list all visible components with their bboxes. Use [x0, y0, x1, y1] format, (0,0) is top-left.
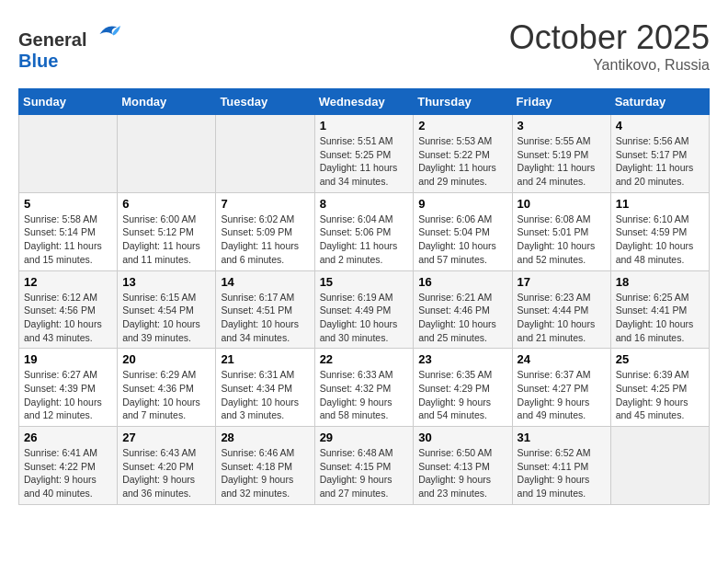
day-info: Sunrise: 6:12 AMSunset: 4:56 PMDaylight:…: [24, 291, 112, 345]
day-cell: 26Sunrise: 6:41 AMSunset: 4:22 PMDayligh…: [19, 427, 118, 505]
day-info: Sunrise: 6:19 AMSunset: 4:49 PMDaylight:…: [320, 291, 409, 345]
day-number: 7: [221, 197, 309, 211]
day-cell: 12Sunrise: 6:12 AMSunset: 4:56 PMDayligh…: [19, 270, 118, 349]
calendar-header-row: SundayMondayTuesdayWednesdayThursdayFrid…: [19, 89, 710, 115]
day-info: Sunrise: 6:48 AMSunset: 4:15 PMDaylight:…: [320, 446, 409, 500]
day-cell: 23Sunrise: 6:35 AMSunset: 4:29 PMDayligh…: [414, 349, 512, 427]
day-info: Sunrise: 6:10 AMSunset: 4:59 PMDaylight:…: [616, 213, 704, 267]
day-number: 15: [320, 275, 409, 289]
day-info: Sunrise: 6:02 AMSunset: 5:09 PMDaylight:…: [221, 213, 309, 267]
day-info: Sunrise: 6:23 AMSunset: 4:44 PMDaylight:…: [518, 291, 606, 345]
title-block: October 2025 Yantikovo, Russia: [509, 18, 710, 74]
day-number: 12: [24, 275, 112, 289]
day-info: Sunrise: 6:35 AMSunset: 4:29 PMDaylight:…: [418, 368, 506, 422]
day-info: Sunrise: 6:17 AMSunset: 4:51 PMDaylight:…: [221, 291, 309, 345]
day-number: 24: [518, 352, 606, 366]
header-tuesday: Tuesday: [216, 89, 314, 115]
day-cell: [610, 427, 709, 505]
day-info: Sunrise: 5:58 AMSunset: 5:14 PMDaylight:…: [24, 213, 112, 267]
day-number: 30: [418, 431, 506, 444]
day-info: Sunrise: 6:31 AMSunset: 4:34 PMDaylight:…: [221, 368, 309, 422]
day-cell: 9Sunrise: 6:06 AMSunset: 5:04 PMDaylight…: [414, 192, 512, 270]
day-cell: 10Sunrise: 6:08 AMSunset: 5:01 PMDayligh…: [512, 192, 610, 270]
day-cell: 2Sunrise: 5:53 AMSunset: 5:22 PMDaylight…: [414, 115, 512, 193]
calendar-table: SundayMondayTuesdayWednesdayThursdayFrid…: [18, 88, 710, 505]
day-cell: 7Sunrise: 6:02 AMSunset: 5:09 PMDaylight…: [216, 192, 314, 270]
week-row-3: 12Sunrise: 6:12 AMSunset: 4:56 PMDayligh…: [19, 270, 710, 349]
day-cell: 27Sunrise: 6:43 AMSunset: 4:20 PMDayligh…: [118, 427, 216, 505]
day-info: Sunrise: 6:04 AMSunset: 5:06 PMDaylight:…: [320, 213, 409, 267]
day-cell: 8Sunrise: 6:04 AMSunset: 5:06 PMDaylight…: [314, 192, 414, 270]
day-number: 10: [518, 197, 606, 211]
header-thursday: Thursday: [414, 89, 512, 115]
day-cell: 31Sunrise: 6:52 AMSunset: 4:11 PMDayligh…: [512, 427, 610, 505]
day-number: 3: [518, 119, 606, 132]
day-cell: 20Sunrise: 6:29 AMSunset: 4:36 PMDayligh…: [118, 349, 216, 427]
logo-bird-icon: [93, 18, 120, 46]
day-cell: 3Sunrise: 5:55 AMSunset: 5:19 PMDaylight…: [512, 115, 610, 193]
day-number: 21: [221, 352, 309, 366]
day-info: Sunrise: 6:46 AMSunset: 4:18 PMDaylight:…: [221, 446, 309, 500]
day-cell: 14Sunrise: 6:17 AMSunset: 4:51 PMDayligh…: [216, 270, 314, 349]
day-info: Sunrise: 6:25 AMSunset: 4:41 PMDaylight:…: [616, 291, 704, 345]
logo-general-text: General: [18, 29, 86, 50]
day-number: 6: [122, 197, 210, 211]
day-cell: 18Sunrise: 6:25 AMSunset: 4:41 PMDayligh…: [610, 270, 709, 349]
header-friday: Friday: [512, 89, 610, 115]
day-number: 22: [320, 352, 409, 366]
header-monday: Monday: [118, 89, 216, 115]
day-cell: 11Sunrise: 6:10 AMSunset: 4:59 PMDayligh…: [610, 192, 709, 270]
day-number: 8: [320, 197, 409, 211]
day-number: 13: [122, 275, 210, 289]
day-number: 17: [518, 275, 606, 289]
day-number: 5: [24, 197, 112, 211]
week-row-5: 26Sunrise: 6:41 AMSunset: 4:22 PMDayligh…: [19, 427, 710, 505]
day-number: 29: [320, 431, 409, 444]
day-cell: 21Sunrise: 6:31 AMSunset: 4:34 PMDayligh…: [216, 349, 314, 427]
header-wednesday: Wednesday: [314, 89, 414, 115]
day-number: 2: [418, 119, 506, 132]
day-cell: 5Sunrise: 5:58 AMSunset: 5:14 PMDaylight…: [19, 192, 118, 270]
day-cell: 4Sunrise: 5:56 AMSunset: 5:17 PMDaylight…: [610, 115, 709, 193]
day-info: Sunrise: 6:00 AMSunset: 5:12 PMDaylight:…: [122, 213, 210, 267]
day-info: Sunrise: 5:55 AMSunset: 5:19 PMDaylight:…: [518, 134, 606, 189]
day-number: 4: [616, 119, 704, 132]
day-cell: 17Sunrise: 6:23 AMSunset: 4:44 PMDayligh…: [512, 270, 610, 349]
day-info: Sunrise: 6:21 AMSunset: 4:46 PMDaylight:…: [418, 291, 506, 345]
day-cell: 25Sunrise: 6:39 AMSunset: 4:25 PMDayligh…: [610, 349, 709, 427]
day-number: 25: [616, 352, 704, 366]
header-saturday: Saturday: [610, 89, 709, 115]
day-info: Sunrise: 6:43 AMSunset: 4:20 PMDaylight:…: [122, 446, 210, 500]
week-row-1: 1Sunrise: 5:51 AMSunset: 5:25 PMDaylight…: [19, 115, 710, 193]
day-cell: 28Sunrise: 6:46 AMSunset: 4:18 PMDayligh…: [216, 427, 314, 505]
day-cell: 6Sunrise: 6:00 AMSunset: 5:12 PMDaylight…: [118, 192, 216, 270]
day-info: Sunrise: 6:39 AMSunset: 4:25 PMDaylight:…: [616, 368, 704, 422]
header-sunday: Sunday: [19, 89, 118, 115]
day-info: Sunrise: 5:56 AMSunset: 5:17 PMDaylight:…: [616, 134, 704, 189]
day-cell: [118, 115, 216, 193]
day-cell: 22Sunrise: 6:33 AMSunset: 4:32 PMDayligh…: [314, 349, 414, 427]
day-number: 19: [24, 352, 112, 366]
day-info: Sunrise: 6:50 AMSunset: 4:13 PMDaylight:…: [418, 446, 506, 500]
page-header: General Blue October 2025 Yantikovo, Rus…: [18, 18, 710, 74]
day-number: 11: [616, 197, 704, 211]
day-info: Sunrise: 5:53 AMSunset: 5:22 PMDaylight:…: [418, 134, 506, 189]
week-row-4: 19Sunrise: 6:27 AMSunset: 4:39 PMDayligh…: [19, 349, 710, 427]
day-cell: 29Sunrise: 6:48 AMSunset: 4:15 PMDayligh…: [314, 427, 414, 505]
day-cell: 15Sunrise: 6:19 AMSunset: 4:49 PMDayligh…: [314, 270, 414, 349]
day-cell: [19, 115, 118, 193]
day-info: Sunrise: 6:06 AMSunset: 5:04 PMDaylight:…: [418, 213, 506, 267]
day-cell: 30Sunrise: 6:50 AMSunset: 4:13 PMDayligh…: [414, 427, 512, 505]
day-number: 9: [418, 197, 506, 211]
location-subtitle: Yantikovo, Russia: [509, 57, 710, 74]
month-title: October 2025: [509, 18, 710, 57]
day-info: Sunrise: 6:27 AMSunset: 4:39 PMDaylight:…: [24, 368, 112, 422]
day-cell: 1Sunrise: 5:51 AMSunset: 5:25 PMDaylight…: [314, 115, 414, 193]
day-number: 14: [221, 275, 309, 289]
day-cell: 16Sunrise: 6:21 AMSunset: 4:46 PMDayligh…: [414, 270, 512, 349]
day-number: 31: [518, 431, 606, 444]
day-info: Sunrise: 6:33 AMSunset: 4:32 PMDaylight:…: [320, 368, 409, 422]
week-row-2: 5Sunrise: 5:58 AMSunset: 5:14 PMDaylight…: [19, 192, 710, 270]
day-cell: [216, 115, 314, 193]
day-number: 27: [122, 431, 210, 444]
